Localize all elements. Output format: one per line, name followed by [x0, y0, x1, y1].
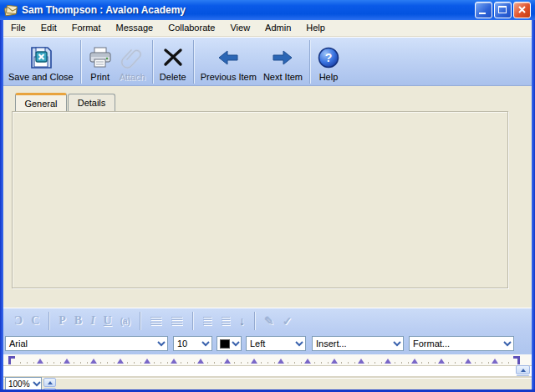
tab-stop-marker[interactable] [251, 355, 257, 364]
tab-stop-marker[interactable] [411, 355, 418, 364]
printer-icon [88, 44, 113, 71]
help-button[interactable]: ? Help [313, 39, 344, 84]
close-button[interactable] [513, 2, 531, 18]
menu-message[interactable]: Message [109, 20, 161, 36]
help-label: Help [319, 72, 339, 82]
delete-label: Delete [160, 72, 186, 82]
tab-details[interactable]: Details [68, 94, 115, 111]
format-select[interactable]: Format... [409, 336, 514, 351]
font-family-select[interactable]: Arial [5, 336, 168, 351]
left-arrow-icon [217, 44, 239, 71]
format-separator [48, 312, 49, 330]
signature-icon: ✎ [264, 314, 274, 328]
menu-bar: File Edit Format Message Collaborate Vie… [3, 20, 532, 37]
tab-stop-marker[interactable] [64, 355, 70, 364]
right-margin-marker[interactable] [513, 356, 520, 364]
tab-general[interactable]: General [15, 93, 67, 111]
chevron-down-icon [391, 341, 403, 347]
tab-stop-marker[interactable] [171, 355, 177, 364]
title-bar[interactable]: Sam Thompson : Avalon Academy [0, 0, 535, 20]
attach-label: Attach [120, 72, 145, 82]
attach-button: Attach [116, 39, 149, 84]
numbered-list-icon [171, 317, 182, 325]
indent-icon [203, 317, 211, 325]
tab-stop-marker[interactable] [304, 355, 311, 364]
delete-x-icon [162, 44, 184, 71]
maximize-button[interactable] [494, 2, 512, 18]
previous-item-button[interactable]: Previous Item [197, 39, 260, 84]
format-panel: Ɔ C P B I U (a) ↓ ✎ ✓ Arial [3, 308, 532, 354]
tab-stop-marker[interactable] [331, 355, 338, 364]
window-title: Sam Thompson : Avalon Academy [22, 4, 473, 16]
tab-stop-marker[interactable] [278, 355, 284, 364]
delete-button[interactable]: Delete [156, 39, 190, 84]
paperclip-icon [120, 44, 145, 71]
menu-collaborate[interactable]: Collaborate [160, 20, 222, 36]
save-and-close-button[interactable]: Save and Close [5, 39, 77, 84]
bold-icon: B [74, 314, 82, 328]
next-item-label: Next Item [263, 72, 303, 82]
menu-admin[interactable]: Admin [257, 20, 298, 36]
menu-help[interactable]: Help [298, 20, 333, 36]
undo-icon: Ɔ [14, 314, 23, 328]
insert-select[interactable]: Insert... [312, 336, 404, 351]
menu-edit[interactable]: Edit [33, 20, 64, 36]
font-size-select[interactable]: 10 [173, 336, 212, 351]
main-toolbar: Save and Close Print [3, 37, 532, 86]
tab-stop-marker[interactable] [224, 355, 231, 364]
format-separator [192, 312, 193, 330]
zoom-up-button[interactable] [43, 378, 56, 387]
italic-icon: I [90, 314, 94, 328]
tab-stop-marker[interactable] [492, 355, 498, 364]
contact-form-panel [12, 111, 508, 288]
zoom-value: 100% [6, 379, 30, 389]
spellcheck-icon: ✓ [283, 314, 293, 328]
next-item-button[interactable]: Next Item [260, 39, 306, 84]
tab-stop-marker[interactable] [385, 355, 391, 364]
tab-stop-marker[interactable] [117, 355, 124, 364]
format-value: Format... [410, 339, 502, 349]
ruler[interactable] [3, 354, 532, 366]
font-size-value: 10 [174, 339, 200, 349]
body-edit-area[interactable] [3, 366, 532, 378]
outdent-icon [222, 317, 230, 325]
format-separator [254, 312, 255, 330]
chevron-down-icon [230, 341, 241, 347]
tab-stop-marker[interactable] [358, 355, 364, 364]
bullet-list-icon [150, 317, 161, 325]
format-separator [140, 312, 140, 330]
scroll-up-button[interactable] [516, 365, 530, 374]
menu-view[interactable]: View [222, 20, 257, 36]
font-color-select[interactable] [217, 336, 242, 351]
minimize-button[interactable] [475, 2, 492, 18]
print-label: Print [90, 72, 110, 82]
insert-value: Insert... [313, 339, 391, 349]
move-down-icon: ↓ [239, 314, 245, 328]
tab-stop-marker[interactable] [465, 355, 471, 364]
strikethrough-icon: (a) [120, 317, 130, 326]
menu-file[interactable]: File [3, 20, 33, 36]
chevron-down-icon [155, 341, 167, 347]
menu-format[interactable]: Format [64, 20, 109, 36]
align-select[interactable]: Left [246, 336, 306, 351]
app-icon [4, 4, 18, 17]
tab-stop-marker[interactable] [197, 355, 204, 364]
save-disk-icon [28, 44, 54, 71]
status-bar: 100% [3, 378, 532, 389]
tab-stop-marker[interactable] [90, 355, 97, 364]
left-margin-marker[interactable] [8, 356, 15, 364]
help-icon: ? [317, 44, 340, 71]
right-arrow-icon [272, 44, 293, 71]
tab-stop-marker[interactable] [144, 355, 150, 364]
tab-stop-marker[interactable] [37, 355, 43, 364]
chevron-down-icon [200, 341, 211, 347]
align-value: Left [247, 339, 293, 349]
print-button[interactable]: Print [84, 39, 116, 84]
chevron-down-icon [30, 381, 41, 387]
format-icon-row: Ɔ C P B I U (a) ↓ ✎ ✓ [3, 308, 532, 333]
chevron-down-icon [293, 341, 305, 347]
font-color-swatch [220, 339, 230, 349]
toolbar-separator [193, 40, 194, 84]
toolbar-separator [152, 40, 153, 84]
tab-stop-marker[interactable] [438, 355, 445, 364]
